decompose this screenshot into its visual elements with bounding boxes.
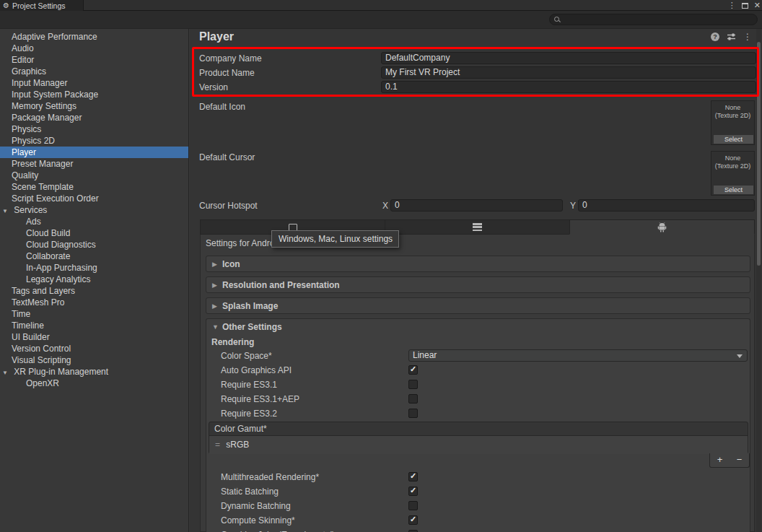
sidebar-item[interactable]: Audio <box>0 43 188 54</box>
sidebar-item[interactable]: Editor <box>0 54 188 66</box>
search-box[interactable] <box>549 14 758 25</box>
sidebar-item[interactable]: Version Control <box>0 343 188 354</box>
color-gamut-item[interactable]: = sRGB <box>209 436 748 454</box>
scrollbar-thumb[interactable] <box>757 42 761 266</box>
tab-android[interactable] <box>569 219 755 235</box>
sidebar-item[interactable]: Time <box>0 308 188 320</box>
default-cursor-label: Default Cursor <box>199 152 255 162</box>
default-cursor-picker[interactable]: None (Texture 2D) Select <box>711 151 755 196</box>
sidebar-item-label: Ads <box>26 217 41 227</box>
foldout-arrow-icon[interactable]: ▼ <box>2 367 12 379</box>
sidebar-item-label: OpenXR <box>26 378 59 388</box>
select-button[interactable]: Select <box>714 186 753 194</box>
checkbox[interactable] <box>408 487 418 496</box>
sidebar-item-label: Scene Template <box>12 182 74 192</box>
section-header[interactable]: ▶ Icon <box>206 256 750 272</box>
sidebar-item[interactable]: Visual Scripting <box>0 354 188 366</box>
context-menu-icon[interactable]: ⋮ <box>743 32 752 41</box>
vertical-scrollbar[interactable] <box>756 29 761 532</box>
sidebar-item[interactable]: Quality <box>0 170 188 181</box>
sidebar-item-label: XR Plug-in Management <box>14 367 108 377</box>
sidebar-item[interactable]: Adaptive Performance <box>0 31 188 43</box>
section-label: Other Settings <box>222 322 282 332</box>
checkbox[interactable] <box>408 394 418 404</box>
sidebar-item[interactable]: Input Manager <box>0 77 188 89</box>
sidebar-item-label: Audio <box>12 43 34 53</box>
sidebar-item[interactable]: TextMesh Pro <box>0 297 188 308</box>
form-row: Company Name DefaultCompany <box>190 52 762 66</box>
checkbox-row: Require ES3.1 <box>206 378 750 393</box>
window-titlebar: ⚙ Project Settings ⋮ ✕ <box>0 0 762 11</box>
foldout-arrow-icon[interactable]: ▶ <box>212 282 222 289</box>
other-settings-section: ▼ Other Settings Rendering Color Space* … <box>206 318 750 532</box>
sidebar-item[interactable]: Collaborate <box>0 250 188 262</box>
text-field[interactable]: DefaultCompany <box>381 52 756 64</box>
foldout-arrow-icon[interactable]: ▼ <box>2 206 12 217</box>
checkbox-label: Require ES3.1+AEP <box>221 394 299 404</box>
sidebar-item[interactable]: Graphics <box>0 66 188 77</box>
hotspot-y-field[interactable]: 0 <box>578 199 755 212</box>
sidebar-item[interactable]: OpenXR <box>0 378 188 389</box>
sidebar-item[interactable]: Physics <box>0 123 188 135</box>
checkbox[interactable] <box>408 380 418 389</box>
tab-dedicated-server[interactable] <box>385 219 569 235</box>
foldout-arrow-icon[interactable]: ▶ <box>212 302 222 310</box>
color-space-dropdown[interactable]: Linear <box>408 349 748 362</box>
sidebar-item[interactable]: Ads <box>0 216 188 227</box>
sidebar-item[interactable]: Scene Template <box>0 181 188 193</box>
section-header[interactable]: ▼ Other Settings <box>206 319 750 335</box>
drag-handle-icon[interactable]: = <box>209 436 224 453</box>
text-field[interactable]: My First VR Project <box>381 66 756 79</box>
cursor-hotspot-label: Cursor Hotspot <box>199 201 258 211</box>
sidebar-item[interactable]: Timeline <box>0 320 188 331</box>
foldout-arrow-icon[interactable]: ▶ <box>212 261 222 268</box>
checkbox[interactable] <box>408 501 418 510</box>
texture-none-label: None (Texture 2D) <box>711 154 754 170</box>
sidebar-item[interactable]: Tags and Layers <box>0 285 188 297</box>
sidebar-item-label: Adaptive Performance <box>12 32 97 42</box>
sidebar-item-label: Cloud Diagnostics <box>26 240 96 250</box>
sidebar-item[interactable]: In-App Purchasing <box>0 262 188 274</box>
identification-fields: Company Name DefaultCompany Product Name… <box>190 52 762 95</box>
color-gamut-list: Color Gamut* = sRGB <box>209 422 748 454</box>
checkbox[interactable] <box>408 365 418 375</box>
sidebar-item[interactable]: Script Execution Order <box>0 193 188 204</box>
window-title: Project Settings <box>12 1 66 10</box>
sidebar-item[interactable]: Memory Settings <box>0 100 188 112</box>
sidebar-item[interactable]: Preset Manager <box>0 158 188 170</box>
sidebar-item[interactable]: Package Manager <box>0 112 188 123</box>
remove-button[interactable]: − <box>730 453 749 467</box>
window-tab[interactable]: ⚙ Project Settings <box>0 0 84 11</box>
sidebar-item[interactable]: Cloud Diagnostics <box>0 239 188 250</box>
sidebar-item[interactable]: Player <box>0 147 188 158</box>
gear-icon: ⚙ <box>3 2 9 9</box>
y-axis-label: Y <box>570 201 576 211</box>
sidebar-item[interactable]: ▼ Services <box>0 204 188 216</box>
sidebar-item[interactable]: Input System Package <box>0 89 188 100</box>
section-header[interactable]: ▶ Splash Image <box>206 297 750 314</box>
checkbox[interactable] <box>408 409 418 418</box>
presets-icon[interactable] <box>727 32 736 41</box>
field-label: Version <box>199 82 228 92</box>
sidebar-item[interactable]: Physics 2D <box>0 135 188 147</box>
sidebar-item[interactable]: Cloud Build <box>0 227 188 239</box>
section-header[interactable]: ▶ Resolution and Presentation <box>206 276 750 293</box>
default-icon-picker[interactable]: None (Texture 2D) Select <box>711 100 755 145</box>
sidebar-item[interactable]: UI Builder <box>0 331 188 343</box>
checkbox-row: Static Batching <box>206 485 750 500</box>
search-input[interactable] <box>561 15 741 24</box>
close-icon[interactable]: ✕ <box>754 1 761 9</box>
checkbox[interactable] <box>408 515 418 525</box>
sidebar-item[interactable]: ▼ XR Plug-in Management <box>0 366 188 378</box>
text-field[interactable]: 0.1 <box>381 81 756 93</box>
hotspot-x-field[interactable]: 0 <box>390 199 563 212</box>
help-icon[interactable]: ? <box>711 32 719 41</box>
settings-for-label: Settings for Android <box>206 238 281 248</box>
checkbox[interactable] <box>408 472 418 481</box>
add-button[interactable]: + <box>710 453 730 467</box>
select-button[interactable]: Select <box>714 135 753 144</box>
foldout-arrow-icon[interactable]: ▼ <box>212 323 222 331</box>
sidebar-item[interactable]: Legacy Analytics <box>0 274 188 285</box>
maximize-icon[interactable] <box>742 3 748 9</box>
window-menu-icon[interactable]: ⋮ <box>728 1 736 9</box>
